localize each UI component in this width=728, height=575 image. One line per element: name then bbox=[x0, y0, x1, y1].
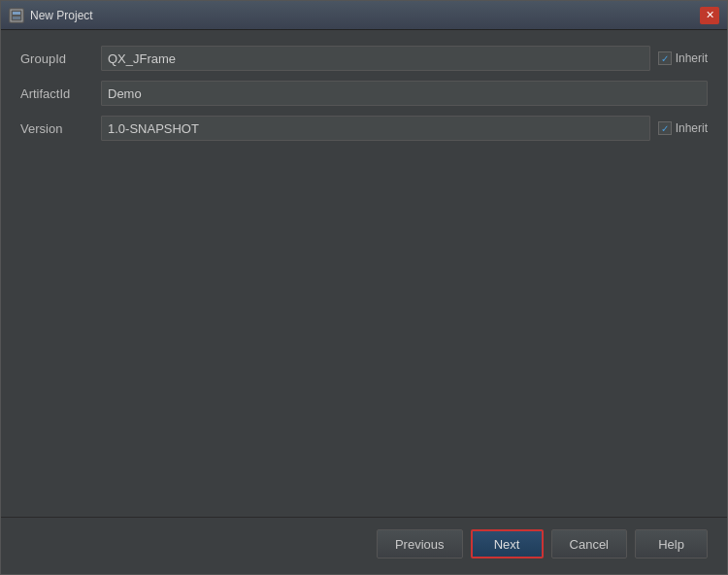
artifactid-row: ArtifactId bbox=[20, 81, 708, 106]
next-button[interactable]: Next bbox=[471, 529, 544, 558]
version-label: Version bbox=[20, 121, 93, 136]
svg-rect-0 bbox=[11, 10, 22, 21]
svg-rect-2 bbox=[13, 17, 20, 19]
dialog-content: GroupId Inherit ArtifactId Version bbox=[1, 30, 727, 517]
window-title: New Project bbox=[30, 9, 700, 22]
groupid-inherit-checkbox[interactable] bbox=[658, 51, 672, 65]
artifactid-input[interactable] bbox=[101, 81, 708, 106]
dialog-footer: Previous Next Cancel Help bbox=[1, 517, 727, 574]
form-area: GroupId Inherit ArtifactId Version bbox=[20, 46, 708, 141]
version-inherit-label: Inherit bbox=[676, 121, 708, 135]
groupid-row: GroupId Inherit bbox=[20, 46, 708, 71]
artifactid-input-wrapper bbox=[101, 81, 708, 106]
window-controls: ✕ bbox=[700, 7, 719, 24]
version-input-wrapper: Inherit bbox=[101, 116, 708, 141]
version-row: Version Inherit bbox=[20, 116, 708, 141]
version-input[interactable] bbox=[101, 116, 650, 141]
groupid-input[interactable] bbox=[101, 46, 650, 71]
svg-rect-1 bbox=[13, 12, 20, 15]
groupid-inherit-label: Inherit bbox=[676, 51, 708, 65]
groupid-inherit-wrapper: Inherit bbox=[658, 51, 708, 65]
artifactid-label: ArtifactId bbox=[20, 86, 93, 101]
new-project-dialog: New Project ✕ GroupId Inherit ArtifactId bbox=[0, 0, 728, 575]
version-inherit-checkbox[interactable] bbox=[658, 121, 672, 135]
cancel-button[interactable]: Cancel bbox=[551, 529, 627, 558]
title-bar: New Project ✕ bbox=[1, 1, 727, 30]
window-icon bbox=[9, 8, 24, 23]
previous-button[interactable]: Previous bbox=[377, 529, 463, 558]
groupid-label: GroupId bbox=[20, 51, 93, 66]
version-inherit-wrapper: Inherit bbox=[658, 121, 708, 135]
groupid-input-wrapper: Inherit bbox=[101, 46, 708, 71]
help-button[interactable]: Help bbox=[635, 529, 708, 558]
close-button[interactable]: ✕ bbox=[700, 7, 719, 24]
